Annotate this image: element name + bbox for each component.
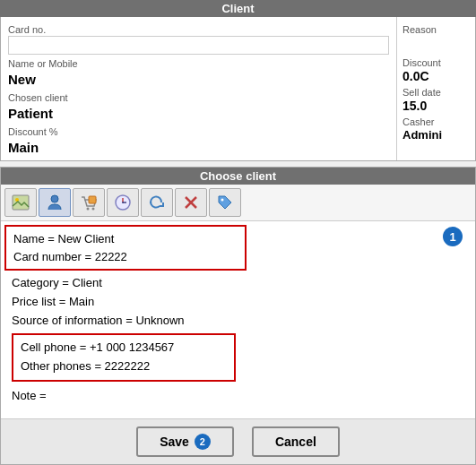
tag-btn[interactable] — [209, 188, 241, 217]
casher-label: Casher — [402, 116, 470, 127]
casher-value: Admini — [402, 128, 470, 142]
info-name-line: Name = New Client — [13, 230, 238, 248]
info-badge: 1 — [443, 227, 463, 246]
reason-label: Reason — [402, 24, 470, 35]
info-card-line: Card number = 22222 — [13, 248, 238, 266]
svg-rect-0 — [13, 195, 29, 210]
other-phones-line: Other phones = 2222222 — [21, 357, 227, 376]
card-no-label: Card no. — [8, 24, 389, 35]
cancel-label: Cancel — [275, 435, 316, 449]
chosen-client-label: Chosen client — [8, 92, 389, 103]
cancel-button[interactable]: Cancel — [252, 426, 340, 457]
right-discount-value: 0.0C — [402, 69, 470, 83]
save-badge: 2 — [195, 434, 211, 450]
right-discount-label: Discount — [402, 57, 470, 68]
choose-client-header: Choose client — [1, 168, 475, 185]
image-btn[interactable] — [4, 188, 37, 217]
discount-value: Main — [8, 138, 389, 157]
svg-point-4 — [92, 208, 95, 211]
chosen-client-value: Patient — [8, 104, 389, 123]
note-line: Note = — [12, 387, 464, 406]
cart-btn[interactable] — [73, 188, 105, 217]
refresh-btn[interactable] — [141, 188, 173, 217]
cell-phone-line: Cell phone = +1 000 1234567 — [21, 339, 227, 357]
toolbar — [1, 185, 475, 221]
source-line: Source of information = Unknown — [12, 312, 464, 331]
svg-rect-5 — [89, 196, 96, 203]
svg-point-9 — [122, 202, 124, 203]
sell-date-value: 15.0 — [402, 99, 470, 113]
price-list-line: Price list = Main — [12, 293, 464, 312]
client-header: Client — [0, 0, 476, 17]
sell-date-label: Sell date — [402, 87, 470, 98]
save-label: Save — [160, 435, 189, 449]
category-line: Category = Client — [12, 274, 464, 293]
delete-btn[interactable] — [175, 188, 207, 217]
name-mobile-value: New — [8, 70, 389, 89]
name-mobile-label: Name or Mobile — [8, 58, 389, 69]
svg-point-12 — [221, 199, 224, 202]
card-no-input[interactable] — [8, 36, 389, 55]
svg-point-3 — [87, 208, 90, 211]
discount-label: Discount % — [8, 126, 389, 137]
clock-btn[interactable] — [107, 188, 139, 217]
person-btn[interactable] — [39, 188, 71, 217]
svg-point-2 — [51, 195, 58, 202]
save-button[interactable]: Save 2 — [136, 426, 234, 457]
app-container: Client Card no. Name or Mobile New Chose… — [0, 0, 476, 465]
